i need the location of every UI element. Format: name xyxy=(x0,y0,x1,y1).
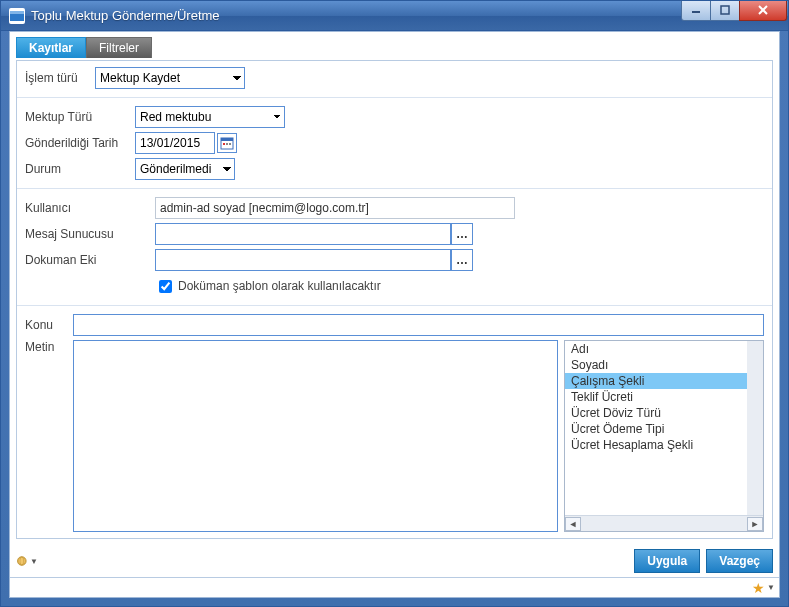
apply-button[interactable]: Uygula xyxy=(634,549,700,573)
tabstrip: Kayıtlar Filtreler xyxy=(16,38,773,58)
svg-rect-7 xyxy=(221,138,233,141)
svg-rect-3 xyxy=(721,6,729,14)
maximize-button[interactable] xyxy=(710,1,740,21)
label-mesaj-sunucusu: Mesaj Sunucusu xyxy=(25,227,155,241)
client-area: Kayıtlar Filtreler İşlem türü Mektup Kay… xyxy=(9,31,780,598)
fieldlist-item[interactable]: Çalışma Şekli xyxy=(565,373,747,389)
scroll-left-button[interactable]: ◄ xyxy=(565,517,581,531)
fieldlist-item[interactable]: Ücret Hesaplama Şekli xyxy=(565,437,747,453)
islem-turu-select[interactable]: Mektup Kaydet xyxy=(95,67,245,89)
footer: ▼ Uygula Vazgeç xyxy=(10,545,779,577)
metin-textarea[interactable] xyxy=(73,340,558,532)
fieldlist-item[interactable]: Teklif Ücreti xyxy=(565,389,747,405)
label-kullanici: Kullanıcı xyxy=(25,201,155,215)
dokuman-eki-browse-button[interactable]: … xyxy=(451,249,473,271)
label-mektup-turu: Mektup Türü xyxy=(25,110,135,124)
titlebar[interactable]: Toplu Mektup Gönderme/Üretme xyxy=(1,1,788,31)
app-window: Toplu Mektup Gönderme/Üretme Kayıtlar Fi… xyxy=(0,0,789,607)
label-gonder-tarih: Gönderildiği Tarih xyxy=(25,136,135,150)
fieldlist[interactable]: AdıSoyadıÇalışma ŞekliTeklif ÜcretiÜcret… xyxy=(565,341,763,515)
label-durum: Durum xyxy=(25,162,135,176)
mesaj-sunucusu-input[interactable] xyxy=(155,223,451,245)
svg-rect-9 xyxy=(226,143,228,145)
statusbar: ★ ▼ xyxy=(10,577,779,597)
dokuman-eki-input[interactable] xyxy=(155,249,451,271)
label-sablon-checkbox: Doküman şablon olarak kullanılacaktır xyxy=(178,279,381,293)
window-title: Toplu Mektup Gönderme/Üretme xyxy=(31,8,682,23)
fieldlist-item[interactable]: Ücret Döviz Türü xyxy=(565,405,747,421)
star-icon[interactable]: ★ xyxy=(752,580,765,596)
fieldlist-panel: AdıSoyadıÇalışma ŞekliTeklif ÜcretiÜcret… xyxy=(564,340,764,532)
fieldlist-hscroll[interactable]: ◄ ► xyxy=(565,515,763,531)
svg-rect-2 xyxy=(692,11,700,13)
chevron-down-icon[interactable]: ▼ xyxy=(767,583,775,592)
records-panel: İşlem türü Mektup Kaydet Mektup Türü Red… xyxy=(16,60,773,539)
sablon-checkbox[interactable] xyxy=(159,280,172,293)
svg-rect-10 xyxy=(229,143,231,145)
svg-rect-8 xyxy=(223,143,225,145)
mesaj-sunucusu-browse-button[interactable]: … xyxy=(451,223,473,245)
cancel-button[interactable]: Vazgeç xyxy=(706,549,773,573)
gonder-tarih-input[interactable] xyxy=(135,132,215,154)
svg-rect-1 xyxy=(10,11,24,14)
konu-input[interactable] xyxy=(73,314,764,336)
globe-icon[interactable]: ▼ xyxy=(16,550,38,572)
label-islem-turu: İşlem türü xyxy=(25,71,95,85)
svg-point-11 xyxy=(17,557,26,566)
scroll-right-button[interactable]: ► xyxy=(747,517,763,531)
app-icon xyxy=(9,8,25,24)
durum-select[interactable]: Gönderilmedi xyxy=(135,158,235,180)
fieldlist-item[interactable]: Ücret Ödeme Tipi xyxy=(565,421,747,437)
fieldlist-item[interactable]: Adı xyxy=(565,341,747,357)
tab-filters[interactable]: Filtreler xyxy=(86,37,152,58)
calendar-icon[interactable] xyxy=(217,133,237,153)
close-button[interactable] xyxy=(739,1,787,21)
tab-records[interactable]: Kayıtlar xyxy=(16,37,86,58)
label-metin: Metin xyxy=(25,340,73,532)
mektup-turu-select[interactable]: Red mektubu xyxy=(135,106,285,128)
label-konu: Konu xyxy=(25,318,73,332)
fieldlist-item[interactable]: Soyadı xyxy=(565,357,747,373)
kullanici-display: admin-ad soyad [necmim@logo.com.tr] xyxy=(155,197,515,219)
minimize-button[interactable] xyxy=(681,1,711,21)
label-dokuman-eki: Dokuman Eki xyxy=(25,253,155,267)
